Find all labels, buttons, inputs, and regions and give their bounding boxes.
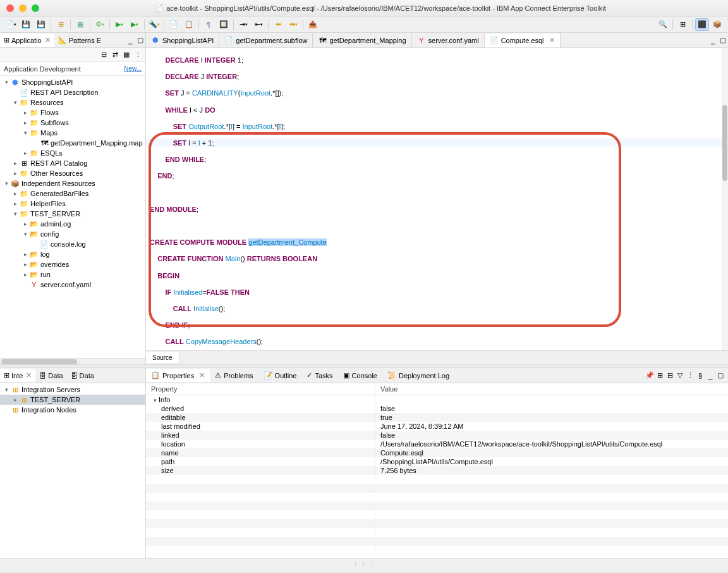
menu-icon[interactable]: ⋮ <box>133 49 143 61</box>
titlebar: 📄 ace-toolkit - ShoppingListAPI/utils/Co… <box>0 0 728 16</box>
tab-outline[interactable]: 📝Outline <box>258 369 302 382</box>
categories-icon[interactable]: ⊟ <box>665 369 675 382</box>
tab-deploylog[interactable]: 📜Deployment Log <box>382 369 454 382</box>
new-button[interactable]: 📄▾ <box>4 18 18 31</box>
tab-tasks[interactable]: ✓Tasks <box>301 369 337 382</box>
filter2-icon[interactable]: ▽ <box>675 369 685 382</box>
bottom-left-panel: ⊞Inte✕ 🗄Data 🗄Data ▾⊞Integration Servers… <box>0 368 146 558</box>
perspective-button[interactable]: ⊞ <box>676 18 689 31</box>
persp1-button[interactable]: ⬛ <box>695 18 709 31</box>
para-button[interactable]: ¶ <box>202 18 215 31</box>
tab-console[interactable]: ▣Console <box>338 369 382 382</box>
maximize-icon[interactable]: ▢ <box>135 34 145 47</box>
outdent-button[interactable]: ⇤▾ <box>252 18 265 31</box>
menu2-icon[interactable]: ⋮ <box>685 369 695 382</box>
left-panel: ⊞Applicatio✕ 📐Patterns E ⎯ ▢ ⊟ ⇄ ▦ ⋮ App… <box>0 33 146 364</box>
properties-table[interactable]: ▾Info derivedfalse editabletrue last mod… <box>146 395 728 558</box>
tab-data2[interactable]: 🗄Data <box>67 369 98 382</box>
tab-problems[interactable]: ⚠Problems <box>210 369 258 382</box>
grip-icon[interactable]: ⋮⋮⋮ <box>352 561 377 569</box>
tab-inte[interactable]: ⊞Inte✕ <box>0 369 35 382</box>
editor-area: ⬢ShoppingListAPI 📄getDepartment.subflow … <box>146 33 728 364</box>
doc2-button[interactable]: 📋 <box>182 18 196 31</box>
collapse-icon[interactable]: ⊟ <box>99 49 109 61</box>
forward-button[interactable]: ➡▾ <box>286 18 300 31</box>
table-header: Property Value <box>146 383 728 395</box>
maximize-icon[interactable]: ▢ <box>718 34 728 47</box>
maximize-icon[interactable]: ▢ <box>715 369 725 382</box>
app-tree[interactable]: ▾⬢ShoppingListAPI 📄REST API Description … <box>0 76 145 358</box>
search-button[interactable]: 🔦▾ <box>147 18 161 31</box>
tab-server-conf[interactable]: Yserver.conf.yaml <box>412 34 485 47</box>
close-icon[interactable]: ✕ <box>549 36 555 44</box>
link-icon[interactable]: ⇄ <box>110 49 120 61</box>
export-button[interactable]: 📤 <box>306 18 320 31</box>
scrollbar[interactable] <box>722 48 728 350</box>
filter-icon[interactable]: ▦ <box>121 49 131 61</box>
new-link[interactable]: New... <box>124 65 142 72</box>
tree-button[interactable]: 🔲 <box>217 18 231 31</box>
maximize-window-button[interactable] <box>32 4 39 12</box>
menu3-icon[interactable]: § <box>695 369 705 382</box>
doc-button[interactable]: 📄 <box>167 18 181 31</box>
grid-button[interactable]: ▦ <box>73 18 87 31</box>
minimize-icon[interactable]: ⎯ <box>705 369 715 382</box>
source-tab[interactable]: Source <box>146 352 179 363</box>
toggle-button[interactable]: ⊞ <box>54 18 68 31</box>
minimize-icon[interactable]: ⎯ <box>125 34 135 47</box>
minimize-window-button[interactable] <box>19 4 27 12</box>
tab-getdepartment-subflow[interactable]: 📄getDepartment.subflow <box>219 34 313 47</box>
sort-icon[interactable]: ⊞ <box>655 369 665 382</box>
save-button[interactable]: 💾 <box>19 18 33 31</box>
tab-compute-esql[interactable]: 📄Compute.esql✕ <box>485 34 561 47</box>
search-icon[interactable]: 🔍 <box>656 18 670 31</box>
persp2-button[interactable]: 📦 <box>710 18 724 31</box>
close-window-button[interactable] <box>6 4 14 12</box>
close-icon[interactable]: ✕ <box>26 371 32 379</box>
file-icon: 📄 <box>155 4 164 12</box>
pin-icon[interactable]: 📌 <box>645 369 655 382</box>
tab-properties[interactable]: 📋Properties✕ <box>146 369 210 382</box>
code-editor[interactable]: DECLARE I INTEGER 1; DECLARE J INTEGER; … <box>146 48 728 350</box>
run-config-button[interactable]: ▶▾ <box>128 18 142 31</box>
close-icon[interactable]: ✕ <box>199 371 205 379</box>
main-toolbar: 📄▾ 💾 💾 ⊞ ▦ ⚙▾ ▶▾ ▶▾ 🔦▾ 📄 📋 ¶ 🔲 ⇥▾ ⇤▾ ⬅ ➡… <box>0 16 728 33</box>
tab-application[interactable]: ⊞Applicatio✕ <box>0 34 54 47</box>
back-button[interactable]: ⬅ <box>271 18 285 31</box>
window-title: 📄 ace-toolkit - ShoppingListAPI/utils/Co… <box>39 4 722 12</box>
gear-button[interactable]: ⚙▾ <box>93 18 107 31</box>
properties-panel: 📋Properties✕ ⚠Problems 📝Outline ✓Tasks ▣… <box>146 368 728 558</box>
tab-getdepartment-mapping[interactable]: 🗺getDepartment_Mapping <box>313 34 411 47</box>
statusbar: ⋮⋮⋮ <box>0 558 728 572</box>
servers-tree[interactable]: ▾⊞Integration Servers ▸⊞TEST_SERVER ⊞Int… <box>0 383 145 558</box>
indent-button[interactable]: ⇥▾ <box>236 18 250 31</box>
tab-patterns[interactable]: 📐Patterns E <box>54 34 105 47</box>
window-controls <box>6 4 39 12</box>
run-button[interactable]: ▶▾ <box>112 18 126 31</box>
tab-data1[interactable]: 🗄Data <box>35 369 66 382</box>
panel-title: Application Development <box>4 65 81 73</box>
close-icon[interactable]: ✕ <box>45 36 51 44</box>
save-all-button[interactable]: 💾 <box>34 18 48 31</box>
minimize-icon[interactable]: ⎯ <box>708 34 718 47</box>
tab-shoppinglistapi[interactable]: ⬢ShoppingListAPI <box>146 34 219 47</box>
